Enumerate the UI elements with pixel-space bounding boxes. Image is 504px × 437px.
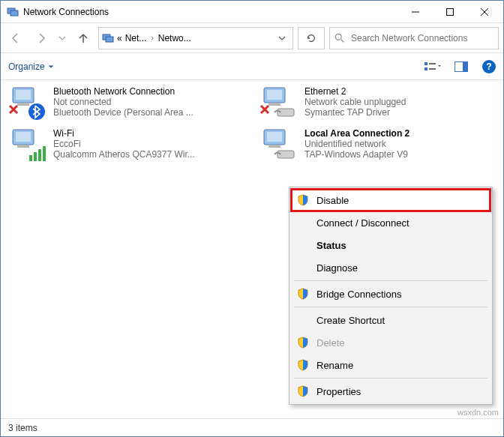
adapter-title: Local Area Connection 2 xyxy=(304,128,496,139)
shield-icon xyxy=(297,385,309,397)
svg-point-5 xyxy=(335,34,341,40)
svg-rect-18 xyxy=(268,103,280,106)
shield-icon xyxy=(297,359,309,371)
forward-button[interactable] xyxy=(31,28,52,49)
adapter-status: Not connected xyxy=(53,97,244,107)
ctx-label: Properties xyxy=(316,386,361,397)
shield-icon xyxy=(297,288,309,300)
adapter-device: TAP-Windows Adapter V9 xyxy=(304,149,496,160)
adapter-bluetooth[interactable]: Bluetooth Network Connection Not connect… xyxy=(8,86,244,122)
shield-icon xyxy=(297,194,309,206)
organize-label: Organize xyxy=(8,61,45,72)
search-input[interactable] xyxy=(350,32,494,44)
ctx-diagnose[interactable]: Diagnose xyxy=(291,256,490,279)
ctx-rename[interactable]: Rename xyxy=(291,354,490,376)
context-menu: Disable Connect / Disconnect Status Diag… xyxy=(289,187,493,405)
ctx-label: Diagnose xyxy=(316,262,358,274)
watermark: wsxdn.com xyxy=(458,408,499,417)
svg-rect-1 xyxy=(10,10,18,16)
ctx-label: Create Shortcut xyxy=(316,315,385,326)
chevron-right-icon[interactable]: › xyxy=(149,34,154,42)
breadcrumb[interactable]: « Net... › Netwo... xyxy=(98,27,293,49)
window-title: Network Connections xyxy=(23,7,109,17)
ctx-bridge[interactable]: Bridge Connections xyxy=(291,283,490,305)
adapter-ethernet2[interactable]: Ethernet 2 Network cable unplugged Syman… xyxy=(260,86,496,122)
view-options-button[interactable] xyxy=(422,58,443,75)
recent-dropdown[interactable] xyxy=(56,28,68,49)
adapter-device: Symantec TAP Driver xyxy=(304,107,496,118)
ctx-status[interactable]: Status xyxy=(291,234,490,256)
ctx-separator xyxy=(294,378,488,379)
svg-rect-4 xyxy=(106,37,113,42)
svg-rect-2 xyxy=(447,8,454,15)
svg-rect-11 xyxy=(463,62,467,71)
ctx-separator xyxy=(294,280,488,281)
ctx-disable[interactable]: Disable xyxy=(291,189,490,211)
svg-rect-9 xyxy=(429,68,436,70)
search-icon xyxy=(334,33,345,43)
content-area: Bluetooth Network Connection Not connect… xyxy=(1,80,503,170)
svg-rect-14 xyxy=(17,103,29,106)
svg-rect-21 xyxy=(16,132,31,142)
adapter-device: Qualcomm Atheros QCA9377 Wir... xyxy=(53,149,244,160)
command-bar: Organize ? xyxy=(1,53,503,80)
ctx-connect[interactable]: Connect / Disconnect xyxy=(291,211,490,234)
maximize-button[interactable] xyxy=(433,1,467,23)
search-box[interactable] xyxy=(329,27,499,49)
ctx-delete: Delete xyxy=(291,331,490,354)
titlebar: Network Connections xyxy=(1,1,503,23)
breadcrumb-dropdown[interactable] xyxy=(273,28,290,49)
ctx-label: Delete xyxy=(316,337,345,349)
refresh-button[interactable] xyxy=(298,27,325,49)
adapter-status: Network cable unplugged xyxy=(304,97,496,107)
organize-menu[interactable]: Organize xyxy=(8,61,54,72)
navbar: « Net... › Netwo... xyxy=(1,23,503,53)
adapter-icon-wifi xyxy=(8,128,47,164)
status-bar: 3 items xyxy=(1,418,503,436)
svg-rect-28 xyxy=(267,132,282,142)
adapter-lac2[interactable]: Local Area Connection 2 Unidentified net… xyxy=(260,128,496,164)
ctx-label: Disable xyxy=(316,195,349,206)
app-icon xyxy=(7,6,19,18)
adapter-icon-lac2 xyxy=(260,128,298,164)
adapter-icon-bluetooth xyxy=(8,86,47,122)
ctx-properties[interactable]: Properties xyxy=(291,380,490,403)
svg-rect-22 xyxy=(17,145,29,148)
adapter-icon-ethernet xyxy=(260,86,298,122)
ctx-label: Bridge Connections xyxy=(316,289,401,300)
preview-pane-button[interactable] xyxy=(451,58,472,75)
back-button[interactable] xyxy=(5,28,26,49)
breadcrumb-seg2[interactable]: Netwo... xyxy=(158,33,191,43)
adapter-device: Bluetooth Device (Personal Area ... xyxy=(53,107,244,118)
up-button[interactable] xyxy=(73,28,94,49)
ctx-label: Rename xyxy=(316,360,353,371)
help-button[interactable]: ? xyxy=(482,60,496,73)
status-text: 3 items xyxy=(8,423,38,433)
svg-rect-29 xyxy=(268,145,280,148)
ctx-label: Connect / Disconnect xyxy=(316,217,410,229)
svg-rect-26 xyxy=(43,146,46,161)
ctx-separator xyxy=(294,307,488,307)
breadcrumb-seg1[interactable]: Net... xyxy=(125,33,147,43)
ctx-label: Status xyxy=(316,240,346,251)
svg-rect-13 xyxy=(16,90,31,100)
minimize-button[interactable] xyxy=(398,1,433,23)
ctx-shortcut[interactable]: Create Shortcut xyxy=(291,309,490,331)
svg-rect-25 xyxy=(38,149,41,161)
breadcrumb-prefix: « xyxy=(117,33,122,43)
adapter-wifi[interactable]: Wi-Fi EccoFi Qualcomm Atheros QCA9377 Wi… xyxy=(8,128,244,164)
adapter-status: Unidentified network xyxy=(304,139,496,149)
svg-rect-7 xyxy=(424,67,428,70)
svg-rect-8 xyxy=(429,63,436,64)
svg-rect-24 xyxy=(34,152,37,161)
close-button[interactable] xyxy=(467,1,502,23)
adapter-title: Bluetooth Network Connection xyxy=(53,86,244,97)
breadcrumb-icon xyxy=(102,32,114,44)
adapter-title: Wi-Fi xyxy=(53,128,244,139)
adapter-status: EccoFi xyxy=(53,139,244,149)
svg-rect-23 xyxy=(29,155,32,161)
adapter-title: Ethernet 2 xyxy=(304,86,496,97)
svg-rect-6 xyxy=(424,62,428,65)
svg-rect-17 xyxy=(267,90,282,100)
shield-icon xyxy=(297,337,309,349)
